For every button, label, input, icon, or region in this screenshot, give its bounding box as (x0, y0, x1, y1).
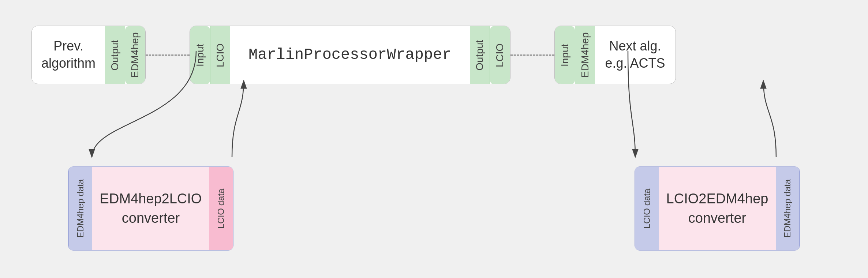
output-label: Output (109, 40, 121, 71)
input-label-2: Input (559, 44, 571, 67)
edm4hep2lcio-right-port: LCIO data (209, 167, 233, 250)
marlin-lcio-out-port: LCIO (490, 26, 510, 84)
lcio2edm4hep-label: LCIO2EDM4hep converter (659, 167, 776, 250)
next-algorithm-label: Next alg. e.g. ACTS (595, 26, 676, 84)
dashed-line-right (510, 26, 554, 84)
next-input-port: Input (555, 26, 575, 84)
lcio2edm4hep-converter: LCIO data LCIO2EDM4hep converter EDM4hep… (635, 166, 800, 251)
prev-algorithm-label: Prev. algorithm (32, 26, 105, 84)
edm4hep2lcio-label: EDM4hep2LCIO converter (92, 167, 209, 250)
next-edm4hep-port: EDM4hep (575, 26, 595, 84)
output-label-2: Output (474, 40, 486, 71)
marlin-label: MarlinProcessorWrapper (230, 26, 470, 84)
input-label-1: Input (194, 44, 206, 67)
marlin-box: Input LCIO MarlinProcessorWrapper Output… (190, 26, 510, 84)
lcio2edm4hep-right-port: EDM4hep data (776, 167, 800, 250)
edm4hep-label-2: EDM4hep (579, 33, 591, 78)
diagram: Prev. algorithm Output EDM4hep Input LCI… (31, 11, 837, 267)
edm4hep2lcio-left-port: EDM4hep data (68, 167, 92, 250)
bottom-row: EDM4hep data EDM4hep2LCIO converter LCIO… (31, 157, 837, 260)
edm4hep-label-1: EDM4hep (129, 33, 141, 78)
marlin-input-port: Input (190, 26, 210, 84)
edm4hep2lcio-converter: EDM4hep data EDM4hep2LCIO converter LCIO… (68, 166, 233, 251)
prev-output-port: Output (105, 26, 125, 84)
dashed-line-left (146, 26, 190, 84)
next-algorithm-group: Input EDM4hep Next alg. e.g. ACTS (554, 26, 676, 84)
lcio-label-1: LCIO (214, 43, 226, 67)
marlin-lcio-in-port: LCIO (210, 26, 230, 84)
marlin-output-port: Output (470, 26, 490, 84)
prev-edm4hep-port: EDM4hep (125, 26, 145, 84)
prev-algorithm-group: Prev. algorithm Output EDM4hep (31, 26, 146, 84)
lcio2edm4hep-left-port: LCIO data (635, 167, 659, 250)
lcio-label-2: LCIO (494, 43, 506, 67)
